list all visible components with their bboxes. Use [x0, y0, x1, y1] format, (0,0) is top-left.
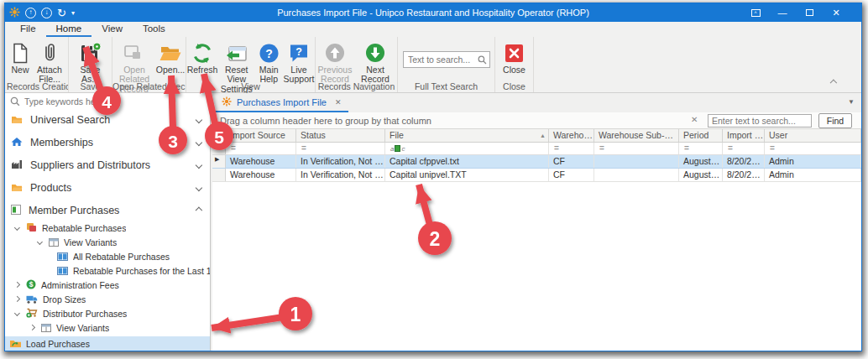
ribbon-display-options-button[interactable]: ˄: [742, 3, 769, 22]
ribbon-tabs: File Home View Tools: [5, 22, 175, 37]
quick-access-toolbar: ↑ ↓ ↻ ▾: [5, 7, 75, 19]
filter-warehouse-sub-group[interactable]: =: [594, 143, 679, 154]
new-document-icon: [12, 40, 29, 65]
title-bar: ↑ ↓ ↻ ▾ Purchases Import File - Unipco R…: [5, 3, 861, 22]
chevron-down-icon: [14, 225, 20, 231]
column-header-import-date[interactable]: Import Date: [723, 129, 765, 142]
tab-tools[interactable]: Tools: [133, 22, 175, 37]
clear-search-icon[interactable]: ✕: [691, 115, 698, 124]
cell-status[interactable]: In Verification, Not Ready F...: [296, 169, 385, 181]
cell-import-date[interactable]: 8/20/2021: [723, 169, 765, 181]
minimize-button[interactable]: —: [769, 3, 796, 22]
cell-import-source[interactable]: Warehouse: [226, 155, 296, 168]
tree-item-rebatable-purchases[interactable]: Rebatable Purchases: [5, 221, 210, 235]
folder-icon: [11, 180, 23, 195]
cell-user[interactable]: Admin: [765, 155, 861, 168]
column-header-file[interactable]: File▲: [385, 129, 549, 142]
sidebar-item-universal-search[interactable]: Universal Search: [5, 108, 210, 131]
tree-item-all-rebatable-purchases[interactable]: All Rebatable Purchases: [5, 249, 210, 263]
filter-status[interactable]: =: [296, 143, 385, 154]
attach-file-button[interactable]: Attach File...: [34, 39, 65, 86]
chevron-right-icon: [14, 282, 20, 288]
tree-item-drop-sizes[interactable]: Drop Sizes: [5, 292, 210, 306]
tab-file[interactable]: File: [10, 22, 46, 37]
grid-row-capital-unipvel[interactable]: Warehouse In Verification, Not Ready F..…: [212, 169, 861, 182]
refresh-button-label: Refresh: [187, 65, 218, 75]
sidebar-item-member-purchases[interactable]: Member Purchases: [5, 199, 210, 221]
cell-period[interactable]: August 2021: [679, 155, 723, 168]
tab-home[interactable]: Home: [46, 22, 92, 37]
tree-item-label: View Variants: [64, 237, 117, 247]
column-header-period[interactable]: Period: [679, 129, 723, 142]
cell-file[interactable]: Capital cfppvel.txt: [385, 155, 549, 168]
sidebar-search[interactable]: [5, 93, 210, 110]
cell-user[interactable]: Admin: [765, 169, 861, 181]
filter-file[interactable]: ac: [385, 143, 549, 154]
gear-sunburst-icon: [222, 95, 232, 110]
sidebar-item-suppliers-and-distributors[interactable]: Suppliers and Distributors: [5, 153, 210, 176]
column-header-user[interactable]: User: [765, 129, 861, 142]
tree-item-administration-fees[interactable]: $ Administration Fees: [5, 278, 210, 292]
column-header-warehouse-sub-group[interactable]: Warehouse Sub-Group: [594, 129, 679, 142]
group-label-full-text-search: Full Text Search: [398, 81, 494, 91]
cell-import-date[interactable]: 8/20/2021: [723, 155, 765, 168]
tab-view[interactable]: View: [92, 22, 133, 37]
live-support-icon: ?: [289, 40, 309, 65]
quick-access-more-caret[interactable]: ▾: [71, 9, 75, 17]
maximize-button[interactable]: [796, 3, 823, 22]
refresh-quick-icon[interactable]: ↻: [57, 8, 66, 18]
grid-row-capital-cfppvel[interactable]: ▶ Warehouse In Verification, Not Ready F…: [212, 155, 861, 169]
filter-import-source[interactable]: =: [226, 143, 296, 154]
grid-filter-row: = = ac = = = = =: [212, 143, 861, 155]
cell-warehouse[interactable]: CF: [549, 155, 594, 168]
filter-period[interactable]: =: [679, 143, 723, 154]
reset-view-icon: [225, 40, 248, 65]
close-button-label: Close: [503, 65, 526, 75]
tab-close-icon[interactable]: ✕: [332, 98, 342, 107]
column-header-import-source[interactable]: Import Source: [226, 129, 296, 142]
cell-import-source[interactable]: Warehouse: [226, 169, 296, 181]
next-record-quick-icon[interactable]: ↓: [41, 8, 52, 18]
close-window-button[interactable]: ✕: [823, 3, 850, 22]
group-by-panel[interactable]: Drag a column header here to group by th…: [212, 112, 861, 129]
cell-warehouse[interactable]: CF: [549, 169, 594, 181]
group-records-navigation: Previous Record Next Record Records Navi…: [316, 37, 398, 92]
save-as-button[interactable]: Save As...: [71, 39, 111, 86]
tree-item-view-variants[interactable]: View Variants: [5, 235, 210, 249]
close-button[interactable]: Close: [498, 39, 531, 76]
cell-period[interactable]: August 2021: [679, 169, 723, 181]
tree-item-rebatable-purchases-last-12-months[interactable]: Rebatable Purchases for the Last 12 Mont…: [5, 263, 210, 278]
refresh-button[interactable]: Refresh: [186, 39, 218, 76]
sidebar-search-input[interactable]: [24, 96, 167, 107]
find-button[interactable]: Find: [818, 113, 852, 128]
column-header-warehouse[interactable]: Warehouse: [549, 129, 594, 142]
tab-purchases-import-file[interactable]: Purchases Import File ✕: [215, 94, 348, 112]
cell-warehouse-sub-group[interactable]: [594, 169, 679, 181]
tree-item-view-variants-2[interactable]: View Variants: [5, 320, 210, 335]
live-support-button[interactable]: ? Live Support: [283, 39, 315, 86]
filter-import-date[interactable]: =: [723, 143, 765, 154]
open-button[interactable]: Open...: [156, 39, 185, 76]
grid-search-input[interactable]: [708, 114, 812, 127]
sidebar-item-products[interactable]: Products: [5, 176, 210, 199]
filter-user[interactable]: =: [765, 143, 861, 154]
main-help-button[interactable]: ? Main Help: [254, 39, 283, 86]
filter-warehouse[interactable]: =: [549, 143, 594, 154]
sidebar-item-label: Suppliers and Distributors: [30, 159, 189, 171]
cell-status[interactable]: In Verification, Not Ready F...: [296, 155, 385, 168]
previous-record-quick-icon[interactable]: ↑: [25, 8, 36, 18]
collapse-ribbon-button[interactable]: [831, 74, 836, 89]
cell-file[interactable]: Capital unipvel.TXT: [385, 169, 549, 181]
sidebar-item-memberships[interactable]: Memberships: [5, 131, 210, 153]
new-button[interactable]: New: [7, 39, 34, 76]
tab-list-caret[interactable]: ▼: [848, 98, 855, 106]
tree-item-distributor-purchases[interactable]: Distributor Purchases: [5, 306, 210, 320]
tree-item-label: All Rebatable Purchases: [73, 252, 170, 262]
cell-warehouse-sub-group[interactable]: [594, 155, 679, 168]
equals-filter-icon: =: [599, 144, 604, 153]
previous-record-button[interactable]: Previous Record: [316, 39, 354, 86]
column-header-status[interactable]: Status: [296, 129, 385, 142]
next-record-button[interactable]: Next Record: [354, 39, 396, 86]
sidebar-item-load-purchases[interactable]: Load Purchases: [5, 336, 210, 351]
chevron-right-icon: [14, 296, 20, 302]
